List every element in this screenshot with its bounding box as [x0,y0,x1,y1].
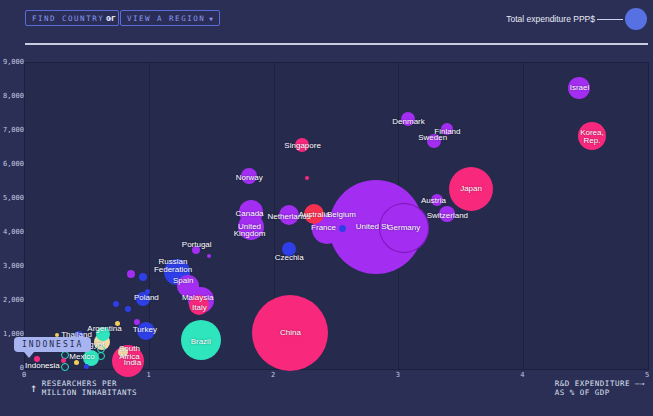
or-label: or [106,14,116,23]
size-legend: Total expenditure PPP$ [506,8,647,30]
find-country-dropdown[interactable]: FIND COUNTRY ▼ [25,10,119,26]
bubble-sweden[interactable] [427,134,441,148]
bubble-finland[interactable] [441,123,453,135]
size-legend-label: Total expenditure PPP$ [506,14,595,24]
bubble-germany[interactable] [379,203,429,253]
bubble-dot[interactable] [145,289,150,294]
y-tick-label: 2,000 [3,296,24,304]
bubble-dot[interactable] [127,270,135,278]
y-tick-label: 7,000 [3,126,24,134]
bubble-switzerland[interactable] [439,206,455,222]
bubble-dot[interactable] [113,301,119,307]
view-region-label: VIEW A REGION [127,14,205,23]
tooltip-pointer [24,352,34,358]
chevron-down-icon: ▼ [209,15,213,22]
bubble-dot[interactable] [125,306,131,312]
x-axis-caption: R&D EXPENDITURE —→ AS % OF GDP [555,379,645,397]
bubble-dot[interactable] [207,254,211,258]
bubble-chart-app: FIND COUNTRY ▼ or VIEW A REGION ▼ Total … [0,0,653,416]
y-axis-caption: ↑ RESEARCHERS PER MILLION INHABITANTS [30,379,137,397]
bubble-dot[interactable] [74,360,79,365]
bubble-czechia[interactable] [282,242,296,256]
bubble-dot[interactable] [139,273,147,281]
bubble-dot[interactable] [115,321,120,326]
view-region-dropdown[interactable]: VIEW A REGION ▼ [120,10,220,26]
legend-connector-line [597,19,623,20]
bubble-india[interactable] [112,345,144,377]
y-axis-label-line1: RESEARCHERS PER [42,379,137,388]
bubble-turkey[interactable] [137,322,155,340]
bubble-japan[interactable] [449,167,493,211]
bubble-netherlands[interactable] [279,205,299,225]
x-tick-label: 3 [396,371,400,379]
bubble-dot[interactable] [305,176,309,180]
bubble-israel[interactable] [568,77,590,99]
bubble-dot[interactable] [84,364,89,369]
bubble-norway[interactable] [241,168,257,184]
y-tick-label: 9,000 [3,58,24,66]
x-tick-label: 4 [520,371,524,379]
y-tick-label: 4,000 [3,228,24,236]
bubble-austria[interactable] [431,194,443,206]
gridline [523,63,524,369]
bubble-australia[interactable] [304,204,324,224]
x-tick-label: 1 [146,371,150,379]
bubble-dot[interactable] [61,358,66,363]
bubble-italy[interactable] [189,295,209,315]
y-axis-label-line2: MILLION INHABITANTS [42,388,137,397]
bubble-denmark[interactable] [401,112,415,126]
x-axis-label-line2: AS % OF GDP [555,388,645,397]
bubble-singapore[interactable] [295,138,309,152]
indonesia-tooltip: INDONESIA [14,337,91,352]
header-divider [25,43,648,45]
x-axis-label-line1: R&D EXPENDITURE [555,379,630,388]
x-tick-label: 0 [22,371,26,379]
country-label-indonesia: Indonesia [25,362,60,370]
bubble-portugal[interactable] [192,246,200,254]
x-tick-label: 5 [645,371,649,379]
y-tick-label: 6,000 [3,160,24,168]
y-tick-label: 5,000 [3,194,24,202]
bubble-indonesia[interactable] [34,356,40,362]
y-tick-label: 3,000 [3,262,24,270]
y-tick-label: 8,000 [3,92,24,100]
find-country-label: FIND COUNTRY [32,14,104,23]
bubble-dot[interactable] [61,363,69,371]
legend-bubble-icon [625,8,647,30]
bubble-china[interactable] [252,295,328,371]
plot-area: IsraelKorea,Rep.DenmarkFinlandSwedenSing… [24,62,649,370]
x-tick-label: 2 [271,371,275,379]
tooltip-text: INDONESIA [22,340,83,349]
right-arrow-icon: —→ [635,379,645,388]
up-arrow-icon: ↑ [30,379,38,397]
bubble-canada[interactable] [239,200,263,224]
bubble-korea-rep[interactable] [578,122,606,150]
bubble-brazil[interactable] [181,320,221,360]
bubble-dot[interactable] [97,352,105,360]
